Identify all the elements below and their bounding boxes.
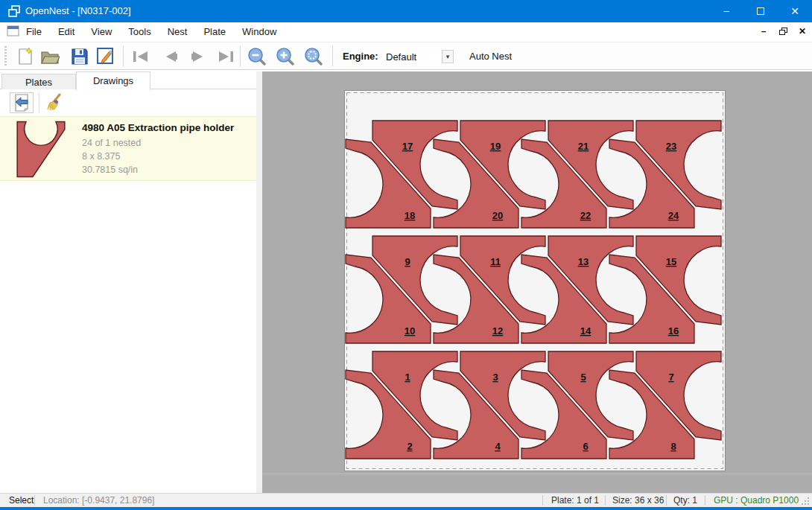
window-maximize-button[interactable] [743, 0, 778, 22]
part-number-label: 12 [492, 325, 503, 337]
part-number-label: 14 [580, 325, 591, 337]
part-number-label: 24 [668, 210, 679, 221]
drawings-toolbar [0, 90, 256, 115]
last-plate-button[interactable] [215, 45, 237, 68]
chevron-down-icon[interactable]: ▾ [442, 50, 454, 63]
status-separator [34, 495, 35, 506]
next-plate-button[interactable] [187, 45, 209, 68]
status-qty: Qty: 1 [673, 494, 697, 508]
drawing-dimensions: 8 x 8.375 [82, 151, 120, 162]
opennest-window: OpenNest - [N0317-002] – ✕ File Edit Vie… [0, 0, 812, 510]
drawing-nested-count: 24 of 1 nested [82, 138, 141, 148]
part-number-label: 17 [402, 141, 413, 152]
nest-canvas[interactable]: 171819202122232491011121314151612345678 [262, 71, 812, 493]
window-bottom-border [0, 507, 812, 510]
zoom-out-button[interactable] [246, 45, 268, 68]
zoom-in-icon [276, 47, 295, 66]
auto-nest-button[interactable]: Auto Nest [465, 42, 516, 71]
nav-previous-icon [162, 50, 179, 63]
drawing-area: 30.7815 sq/in [82, 165, 138, 175]
drawing-list-item[interactable]: 4980 A05 Extraction pipe holder 24 of 1 … [0, 116, 256, 181]
import-drawing-button[interactable] [10, 92, 34, 113]
panel-splitter[interactable] [256, 71, 262, 493]
maximize-icon [757, 7, 764, 15]
tab-drawings[interactable]: Drawings [76, 71, 150, 90]
tab-plates[interactable]: Plates [1, 74, 76, 89]
menu-bar: File Edit View Tools Nest Plate Window –… [0, 22, 812, 42]
part-number-label: 6 [583, 441, 588, 452]
status-separator [705, 495, 705, 506]
menu-plate[interactable]: Plate [195, 22, 234, 42]
status-location: Location: [-0.9437, 21.8796] [43, 494, 154, 508]
part-number-label: 22 [580, 210, 591, 221]
status-mode: Select [9, 494, 34, 508]
mdi-close-button[interactable]: ✕ [796, 25, 809, 38]
new-file-button[interactable] [14, 45, 37, 68]
menu-view[interactable]: View [83, 22, 120, 42]
panel-toolbar-separator [39, 93, 39, 112]
zoom-in-button[interactable] [274, 45, 296, 68]
menu-file[interactable]: File [18, 22, 50, 42]
part-number-label: 3 [492, 372, 498, 383]
part-number-label: 20 [492, 210, 503, 221]
menu-window[interactable]: Window [234, 22, 285, 42]
part-number-label: 23 [666, 141, 676, 152]
part-number-label: 5 [580, 372, 586, 383]
zoom-fit-icon [304, 47, 323, 66]
left-panel: Plates Drawings [0, 71, 256, 493]
menu-edit[interactable]: Edit [50, 22, 83, 42]
window-close-button[interactable]: ✕ [778, 0, 812, 22]
part-thumbnail [10, 121, 72, 178]
part-number-label: 21 [578, 141, 589, 152]
status-separator [666, 495, 667, 506]
engine-value: Default [383, 51, 442, 63]
plate-sheet[interactable]: 171819202122232491011121314151612345678 [344, 90, 726, 471]
status-gpu: GPU : Quadro P1000 [714, 494, 799, 508]
zoom-fit-button[interactable] [302, 45, 325, 68]
toolbar-grip[interactable] [4, 46, 7, 67]
part-number-label: 9 [405, 256, 410, 267]
part-number-label: 10 [405, 325, 415, 337]
first-plate-button[interactable] [130, 45, 152, 68]
part-number-label: 19 [490, 141, 501, 152]
mdi-restore-button[interactable] [776, 25, 790, 38]
part-number-label: 8 [670, 441, 676, 452]
status-separator [605, 495, 606, 506]
clear-drawings-button[interactable] [42, 92, 66, 113]
previous-plate-button[interactable] [159, 45, 182, 68]
toolbar-separator [240, 46, 241, 66]
part-number-label: 18 [405, 210, 415, 221]
status-plate: Plate: 1 of 1 [551, 494, 599, 508]
status-separator [542, 495, 543, 506]
part-number-label: 11 [490, 256, 501, 267]
save-button[interactable] [69, 45, 91, 68]
part-number-label: 1 [405, 372, 410, 383]
nav-last-icon [217, 50, 235, 63]
open-folder-icon [40, 48, 60, 66]
window-title: OpenNest - [N0317-002] [25, 0, 131, 22]
open-button[interactable] [39, 45, 61, 68]
engine-select[interactable]: Default ▾ [383, 48, 454, 65]
new-file-icon [16, 47, 34, 66]
drawing-title: 4980 A05 Extraction pipe holder [82, 122, 234, 133]
main-toolbar: Engine: Default ▾ Auto Nest [0, 42, 812, 70]
canvas-edge-line [262, 474, 812, 474]
restore-icon [779, 28, 787, 35]
menu-nest[interactable]: Nest [159, 22, 196, 42]
save-icon [71, 48, 89, 66]
part-number-label: 2 [407, 441, 412, 452]
broom-icon [45, 93, 63, 112]
toolbar-separator [332, 46, 333, 66]
status-bar: Select Location: [-0.9437, 21.8796] Plat… [0, 493, 812, 507]
toolbar-separator [123, 46, 124, 66]
part-number-label: 4 [495, 441, 501, 452]
title-bar: OpenNest - [N0317-002] – ✕ [0, 0, 812, 22]
resize-grip-icon[interactable] [802, 497, 810, 506]
mdi-minimize-button[interactable]: – [757, 25, 770, 38]
nav-next-icon [190, 50, 206, 63]
window-minimize-button[interactable]: – [709, 0, 743, 22]
menu-tools[interactable]: Tools [120, 22, 159, 42]
save-as-button[interactable] [95, 45, 117, 68]
app-icon [7, 4, 21, 18]
save-edit-icon [96, 47, 115, 66]
